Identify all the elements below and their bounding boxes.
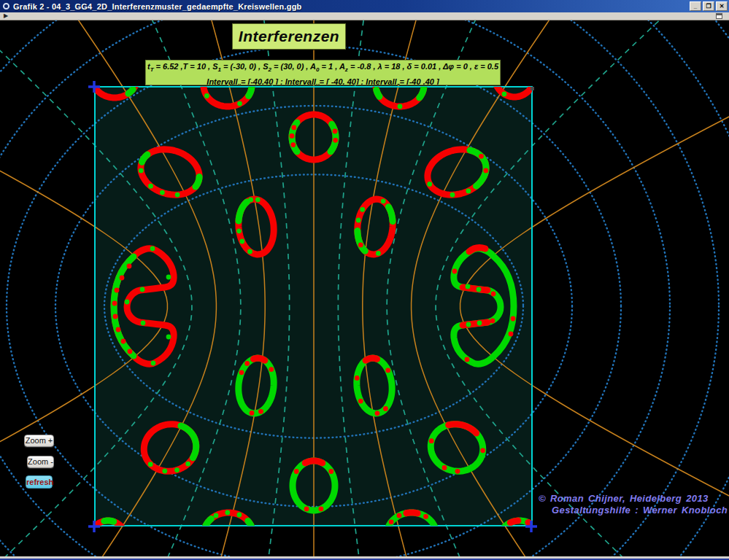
expand-toolbar-arrow-icon[interactable]: ▶ [4, 12, 8, 20]
credits-line2: Gestaltungshilfe : Werner Knobloch [539, 505, 714, 516]
credits: © Roman Chijner, Heidelberg 2013 Gestalt… [539, 493, 714, 516]
window-titlebar[interactable]: Grafik 2 - 04_3_GG4_2D_Interferenzmuster… [0, 0, 729, 12]
zoom-out-button[interactable]: Zoom - [27, 456, 54, 468]
window-title: Grafik 2 - 04_3_GG4_2D_Interferenzmuster… [13, 2, 302, 11]
parameter-line1: tT = 6.52 ,T = 10 , S1 = (-30, 0) , S2 =… [146, 61, 500, 76]
panel-restore-icon[interactable] [716, 13, 722, 19]
refresh-button[interactable]: refresh [26, 475, 53, 489]
parameter-box[interactable]: tT = 6.52 ,T = 10 , S1 = (-30, 0) , S2 =… [145, 60, 501, 85]
geogebra-app-icon [3, 3, 9, 9]
toolbar-strip: ▶ [0, 12, 729, 20]
heading-text: Interferenzen [239, 28, 339, 45]
close-button[interactable]: ✕ [716, 1, 728, 11]
minimize-button[interactable]: _ [690, 1, 701, 11]
credits-line1: © Roman Chijner, Heidelberg 2013 [539, 493, 714, 505]
geogebra-graphics-window: Grafik 2 - 04_3_GG4_2D_Interferenzmuster… [0, 0, 729, 560]
parameter-line2: Intervallx= [-40,40 ] ; Intervally= [ -4… [146, 76, 500, 85]
zoom-in-button[interactable]: Zoom + [24, 435, 54, 447]
restore-button[interactable]: ❐ [703, 1, 714, 11]
heading-box[interactable]: Interferenzen [232, 23, 346, 50]
